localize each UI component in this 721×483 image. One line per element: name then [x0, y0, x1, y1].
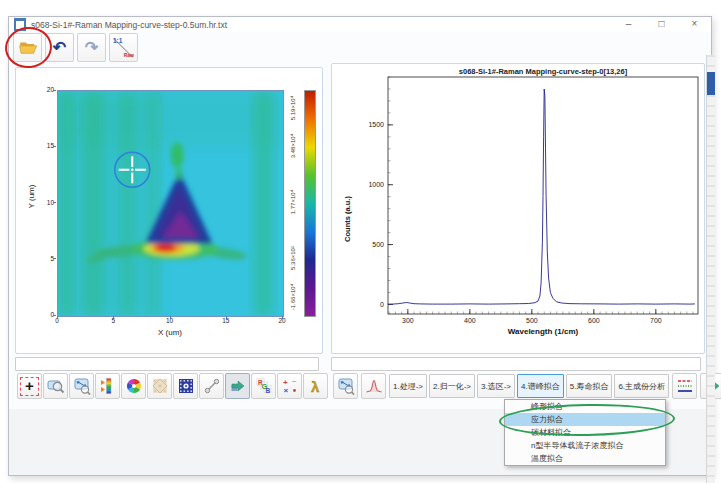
spectrum-x-tick-label: 700	[650, 317, 662, 324]
heatmap-x-tick-mark	[57, 316, 58, 319]
zoom-fit-button[interactable]	[333, 373, 358, 399]
fit-step-button-5[interactable]: 5.寿命拟合	[566, 374, 613, 398]
texture-map-button[interactable]	[147, 373, 172, 399]
title-bar: s068-Si-1#-Raman Mapping-curve-step-0.5u…	[9, 17, 711, 32]
heatmap-stripe	[85, 91, 102, 316]
heatmap-toolbar: +	[17, 373, 328, 399]
menu-item-1[interactable]: 峰形拟合	[505, 400, 665, 413]
heatmap-x-axis-title: X (um)	[130, 328, 210, 337]
fit-step-button-1[interactable]: 1.处理->	[389, 374, 427, 398]
spectrum-plot[interactable]: 300400500600700050010001500	[332, 64, 704, 353]
heatmap-y-tick-label: 5	[32, 255, 54, 262]
heatmap-panel: Y (um) X (um) 05101520051015205.19×10⁴3.…	[15, 67, 323, 354]
vertical-scrollbar[interactable]	[706, 55, 715, 483]
zoom-fit-button[interactable]	[69, 373, 94, 399]
close-button[interactable]: ×	[678, 17, 711, 32]
scale-top-label: 1:1	[113, 37, 122, 44]
map-cursor[interactable]	[115, 152, 150, 187]
zoom-fit-icon	[73, 377, 91, 395]
heatmap-y-tick-mark	[53, 315, 56, 316]
redo-button[interactable]: ↷	[77, 33, 106, 62]
heatmap-image[interactable]	[57, 90, 284, 317]
peak-profile-icon	[365, 377, 383, 395]
spectrum-x-tick-label: 600	[588, 317, 600, 324]
math-operations-button[interactable]: + − ×	[277, 373, 302, 399]
heatmap-stripe	[254, 91, 273, 316]
heatmap-status-strip	[15, 357, 319, 371]
measure-tool-button[interactable]	[199, 373, 224, 399]
texture-map-icon	[151, 377, 169, 395]
heatmap-stripe	[59, 91, 73, 316]
spectrum-panel: s068-Si-1#-Raman Mapping-curve-step-0[13…	[331, 63, 705, 354]
colorbar-tick-label: 3.48×10⁴	[290, 123, 298, 169]
open-file-button[interactable]	[13, 33, 42, 62]
color-wheel-button[interactable]	[121, 373, 146, 399]
spectrum-y-axis-title: Counts (a.u.)	[343, 184, 353, 254]
heatmap-y-tick-mark	[53, 258, 56, 259]
colormap-scale-button[interactable]	[95, 373, 120, 399]
fitting-toolbar: 1.处理->2.归一化->3.选区->4.谱峰拟合5.寿命拟合6.主成份分析	[333, 373, 721, 399]
peak-lambda-button[interactable]: λ	[303, 373, 328, 399]
fit-step-button-4[interactable]: 4.谱峰拟合	[517, 374, 564, 398]
spectrum-y-tick-label: 1000	[368, 181, 384, 188]
menu-item-2[interactable]: 应力拟合	[505, 413, 665, 426]
scale-bottom-label: Raw	[124, 52, 134, 58]
fit-step-button-2[interactable]: 2.归一化->	[429, 374, 475, 398]
menu-item-3[interactable]: 碳材料拟合	[505, 426, 665, 439]
minimize-button[interactable]: –	[612, 17, 645, 32]
math-operations-icon: + − ×	[281, 377, 299, 395]
curve-style-icon	[676, 377, 694, 395]
zoom-fit-icon	[337, 377, 355, 395]
spectrum-y-tick-label: 500	[372, 241, 384, 248]
window-controls: – □ ×	[612, 17, 711, 32]
heatmap-y-tick-label: 20	[32, 86, 54, 93]
crosshair-select-icon: +	[20, 377, 39, 396]
curve-style-button[interactable]	[672, 373, 697, 399]
crosshair-select-button[interactable]: +	[17, 373, 42, 399]
menu-item-4[interactable]: n型半导体载流子浓度拟合	[505, 439, 665, 452]
measure-tool-icon	[203, 377, 221, 395]
svg-text:−: −	[292, 377, 297, 386]
pattern-map-button[interactable]	[173, 373, 198, 399]
colorbar-tick-label: -1.66×10⁴	[290, 274, 298, 320]
redo-icon: ↷	[85, 40, 98, 56]
undo-button[interactable]: ↶	[45, 33, 74, 62]
spectrum-line	[388, 89, 695, 304]
fit-step-button-3[interactable]: 3.选区->	[477, 374, 515, 398]
scale-1-1-button[interactable]: 1:1 Raw	[109, 33, 138, 62]
heatmap-top-blob	[171, 142, 185, 168]
heatmap-x-tick-mark	[170, 316, 171, 319]
svg-text:λ: λ	[311, 378, 320, 395]
heatmap-top-blob	[175, 168, 183, 180]
heatmap-y-tick-label: 10	[32, 199, 54, 206]
heatmap-y-tick-mark	[53, 90, 56, 91]
colorbar	[304, 90, 316, 317]
scrollbar-thumb[interactable]	[707, 72, 715, 95]
spectrum-x-axis-title: Wavelength (1/cm)	[468, 327, 618, 336]
heatmap-x-tick-mark	[113, 316, 114, 319]
peak-profile-button[interactable]	[361, 373, 386, 399]
spectrum-y-tick-label: 1500	[368, 121, 384, 128]
pattern-map-icon	[177, 377, 195, 395]
undo-icon: ↶	[53, 40, 66, 56]
app-window: s068-Si-1#-Raman Mapping-curve-step-0.5u…	[8, 16, 712, 476]
apply-transfer-button[interactable]	[225, 373, 250, 399]
spectrum-x-tick-label: 500	[526, 317, 538, 324]
menu-item-5[interactable]: 温度拟合	[505, 452, 665, 465]
spectrum-x-tick-label: 400	[464, 317, 476, 324]
top-toolbar: ↶ ↷ 1:1 Raw	[13, 33, 138, 62]
fit-step-button-6[interactable]: 6.主成份分析	[614, 374, 669, 398]
maximize-button[interactable]: □	[645, 17, 678, 32]
spectrum-y-tick-label: 0	[380, 301, 384, 308]
zoom-region-button[interactable]	[43, 373, 68, 399]
apply-transfer-icon	[229, 377, 247, 395]
peak-lambda-icon: λ	[307, 377, 325, 395]
heatmap-x-tick-mark	[282, 316, 283, 319]
rgb-channels-button[interactable]: R G B	[251, 373, 276, 399]
page: s068-Si-1#-Raman Mapping-curve-step-0.5u…	[0, 0, 721, 483]
zoom-region-icon	[47, 377, 65, 395]
heatmap-x-tick-mark	[226, 316, 227, 319]
cursor-dot	[131, 168, 134, 171]
heatmap-hotspot-band	[155, 244, 176, 253]
color-wheel-icon	[125, 377, 143, 395]
